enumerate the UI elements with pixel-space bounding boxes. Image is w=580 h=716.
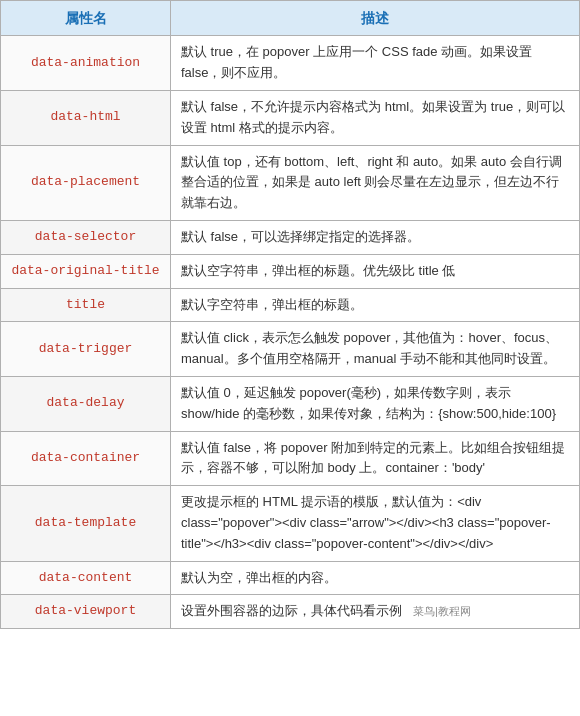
attribute-name: title <box>1 288 171 322</box>
table-row: data-delay默认值 0，延迟触发 popover(毫秒)，如果传数字则，… <box>1 376 580 431</box>
attribute-name: data-template <box>1 486 171 561</box>
header-desc: 描述 <box>171 1 580 36</box>
attribute-name: data-trigger <box>1 322 171 377</box>
attribute-name: data-html <box>1 90 171 145</box>
attribute-desc: 设置外围容器的边际，具体代码看示例 菜鸟|教程网 <box>171 595 580 629</box>
attribute-desc: 默认值 false，将 popover 附加到特定的元素上。比如组合按钮组提示，… <box>171 431 580 486</box>
table-row: title默认字空符串，弹出框的标题。 <box>1 288 580 322</box>
table-row: data-template更改提示框的 HTML 提示语的模版，默认值为：<di… <box>1 486 580 561</box>
table-row: data-trigger默认值 click，表示怎么触发 popover，其他值… <box>1 322 580 377</box>
table-row: data-placement默认值 top，还有 bottom、left、rig… <box>1 145 580 220</box>
attribute-name: data-selector <box>1 220 171 254</box>
attribute-desc: 默认字空符串，弹出框的标题。 <box>171 288 580 322</box>
header-name: 属性名 <box>1 1 171 36</box>
attribute-desc: 默认 false，不允许提示内容格式为 html。如果设置为 true，则可以设… <box>171 90 580 145</box>
table-row: data-original-title默认空字符串，弹出框的标题。优先级比 ti… <box>1 254 580 288</box>
table-row: data-selector默认 false，可以选择绑定指定的选择器。 <box>1 220 580 254</box>
attribute-name: data-viewport <box>1 595 171 629</box>
watermark: 菜鸟|教程网 <box>410 605 471 617</box>
table-row: data-html默认 false，不允许提示内容格式为 html。如果设置为 … <box>1 90 580 145</box>
table-row: data-container默认值 false，将 popover 附加到特定的… <box>1 431 580 486</box>
attribute-desc: 默认值 top，还有 bottom、left、right 和 auto。如果 a… <box>171 145 580 220</box>
table-row: data-viewport设置外围容器的边际，具体代码看示例 菜鸟|教程网 <box>1 595 580 629</box>
attribute-desc: 默认空字符串，弹出框的标题。优先级比 title 低 <box>171 254 580 288</box>
attribute-name: data-content <box>1 561 171 595</box>
attribute-name: data-delay <box>1 376 171 431</box>
attribute-name: data-container <box>1 431 171 486</box>
attribute-desc: 默认为空，弹出框的内容。 <box>171 561 580 595</box>
attribute-desc: 默认值 click，表示怎么触发 popover，其他值为：hover、focu… <box>171 322 580 377</box>
attribute-desc: 更改提示框的 HTML 提示语的模版，默认值为：<div class="popo… <box>171 486 580 561</box>
attribute-name: data-animation <box>1 36 171 91</box>
attributes-table: 属性名 描述 data-animation默认 true，在 popover 上… <box>0 0 580 629</box>
attribute-name: data-original-title <box>1 254 171 288</box>
table-row: data-animation默认 true，在 popover 上应用一个 CS… <box>1 36 580 91</box>
table-row: data-content默认为空，弹出框的内容。 <box>1 561 580 595</box>
attribute-desc: 默认 true，在 popover 上应用一个 CSS fade 动画。如果设置… <box>171 36 580 91</box>
attribute-name: data-placement <box>1 145 171 220</box>
attribute-desc: 默认 false，可以选择绑定指定的选择器。 <box>171 220 580 254</box>
attribute-desc: 默认值 0，延迟触发 popover(毫秒)，如果传数字则，表示 show/hi… <box>171 376 580 431</box>
